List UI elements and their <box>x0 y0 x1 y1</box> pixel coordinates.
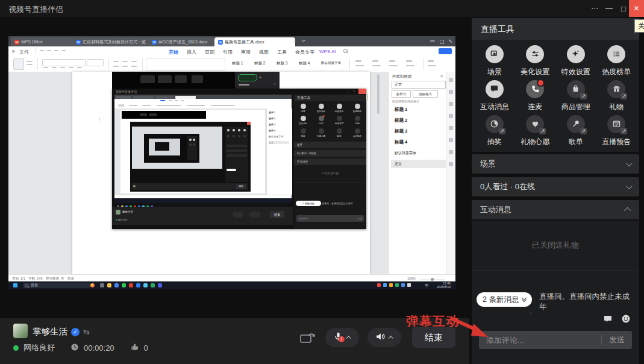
tool-interactive-messages[interactable]: 互动消息 <box>474 78 515 113</box>
ribbon-tab: 页面 <box>205 49 214 55</box>
style-gallery-item: 标题 2 <box>254 61 265 66</box>
wps-side-toolbar <box>446 72 455 274</box>
section-scene[interactable]: 场景 <box>472 154 639 174</box>
live-preview-icon: ↗ <box>607 115 625 133</box>
styles-dropdown: 正文 <box>392 81 446 89</box>
search-icon <box>343 49 348 53</box>
nested-end-button: 结束 <box>270 211 284 218</box>
external-link-icon: ↗ <box>621 93 627 99</box>
screen-share-icon[interactable] <box>300 332 316 346</box>
microphone-icon: ! <box>333 331 343 344</box>
style-item: 默认段落字体 <box>391 149 446 157</box>
gift-closed-text: 已关闭送礼物 <box>472 240 639 251</box>
taskbar-app-icons <box>100 283 165 287</box>
nested-style-item: 默认段落字体 <box>269 135 283 138</box>
beauty-settings-icon <box>526 45 544 63</box>
new-style-button: 新样式 <box>392 90 411 98</box>
wps-menu-bar: ≡ 文件 开始 插入 页面 引用 审阅 视图 工具 会员专享 WPS AI <box>8 46 455 57</box>
nested-sidebar: 直播工具 场景 美化设置 特效设置 热度榜单 互动消息 连麦 商品管理 礼物 抽… <box>294 95 366 229</box>
tool-scene[interactable]: 场景 <box>474 43 515 78</box>
new-messages-pill[interactable]: 2 条新消息 <box>477 292 532 307</box>
tools-header: 直播工具 <box>472 18 639 40</box>
nested-comment-input: 添加评论... 发送 <box>296 215 364 222</box>
more-icon: ⋯ <box>591 4 598 13</box>
more-menu-button[interactable]: ⋯ <box>587 0 602 17</box>
close-tooltip: 关 <box>634 19 644 33</box>
windows-taskbar: 搜索 中 16:46 2025/8/19 <box>8 281 455 289</box>
clear-format-button: 清除格式 <box>413 90 438 98</box>
tool-gift-wish[interactable]: ↗ 礼物心愿 <box>515 113 556 148</box>
copilot-icon <box>90 283 95 287</box>
nested-style-item: 正文 <box>269 141 289 144</box>
stream-preview: W WPS Office W 汇报材料格式及封面设计方式一览 W AIGC资产报… <box>8 36 455 289</box>
tool-playlist[interactable]: ↗ 歌单 <box>555 113 596 148</box>
bottom-control-bar: 掌够生活 ✓ ⇆ 网络良好 00:00:20 0 ! <box>0 318 469 364</box>
nested-new-messages-pill: 2 条新消息 <box>296 201 321 206</box>
window-title: 视频号直播伴侣 <box>8 4 63 15</box>
section-viewers[interactable]: 0人看过 · 0在线 <box>472 177 639 196</box>
app-window: 视频号直播伴侣 ⋯ — □ ✕ 关 W WPS Office W 汇报材料格式及… <box>0 0 644 364</box>
nested-app-screenshot: 视频号直播伴侣 ⋯ □ <box>112 89 366 229</box>
zoom-level: 100% <box>407 277 416 280</box>
tool-heat-ranking[interactable]: 热度榜单 <box>596 43 637 78</box>
network-status-text: 网络良好 <box>23 342 55 353</box>
ribbon-tab: 会员专享 <box>295 49 314 55</box>
file-menu: 文件 <box>19 49 29 55</box>
wps-restore-icon <box>440 40 444 44</box>
product-management-icon: ↗ <box>567 80 585 98</box>
tab-list-icon <box>301 38 305 42</box>
section-interactive-messages[interactable]: 互动消息 <box>472 200 639 219</box>
microphone-button[interactable]: ! <box>325 328 359 347</box>
wps-logo: W <box>14 40 19 45</box>
tool-product-management[interactable]: ↗ 商品管理 <box>555 78 596 113</box>
send-button[interactable]: 发送 <box>601 335 632 345</box>
nested-window-title: 视频号直播伴侣 <box>116 90 137 93</box>
status-text: 页面: 1/1 字数: 146 拼写检查: 关 简体 <box>12 277 74 281</box>
taskbar-search: 搜索 <box>23 283 91 288</box>
tool-gifts[interactable]: ↗ 礼物 <box>596 78 637 113</box>
nested-section: 0人看过 · 0在线 <box>294 150 366 157</box>
speaker-icon <box>375 331 386 344</box>
wps-doc-tab-active: W 视频号直播工具.docx <box>214 37 295 46</box>
tool-co-stream[interactable]: 连麦 <box>515 78 556 113</box>
doc-icon: W <box>76 40 81 45</box>
comment-bubble-icon[interactable] <box>603 314 613 326</box>
nested-style-item: 标题 3 <box>269 123 275 126</box>
streamer-name: 掌够生活 <box>33 326 67 337</box>
tool-effects[interactable]: 特效设置 <box>555 43 596 78</box>
effects-icon <box>567 45 585 63</box>
gifts-icon: ↗ <box>607 80 625 98</box>
chevron-up-icon[interactable] <box>388 336 393 340</box>
wps-home-tab: W WPS Office <box>11 37 76 46</box>
ribbon-tab: 审阅 <box>241 49 251 55</box>
comment-input[interactable] <box>479 336 601 345</box>
nested-section: 互动消息 <box>294 158 366 165</box>
nested-taskbar <box>114 198 292 203</box>
tool-live-preview[interactable]: ↗ 直播预告 <box>596 113 637 148</box>
tools-grid: 场景 美化设置 特效设置 热度榜单 互动消息 <box>472 40 639 152</box>
wps-close-icon <box>448 39 452 43</box>
nested-streamer-name: 掌够生活 <box>122 210 133 213</box>
nested-bottom-bar: 掌够生活 ● 网络良好 结束 <box>112 207 293 225</box>
nested-more-icon: ⋯ <box>347 90 349 93</box>
interactive-messages-panel: 已关闭送礼物 直播间。直播间内禁止未成年 人消费，禁止诱导未成年人打赏 2 条新… <box>472 221 639 364</box>
tool-beauty-settings[interactable]: 美化设置 <box>515 43 556 78</box>
menu-icon: ≡ <box>12 49 15 54</box>
wps-window-controls <box>430 40 435 42</box>
ribbon-tab: 引用 <box>223 49 233 55</box>
speaker-button[interactable] <box>367 328 401 347</box>
taskbar-clock: 16:46 2025/8/19 <box>437 282 451 289</box>
interactive-messages-icon <box>486 80 504 98</box>
avatar <box>13 324 28 338</box>
verified-badge-icon: ✓ <box>71 328 80 336</box>
minimize-button[interactable]: — <box>601 0 617 17</box>
swap-account-icon[interactable]: ⇆ <box>83 327 90 336</box>
maximize-icon: □ <box>621 4 626 13</box>
close-button[interactable]: ✕ <box>629 0 644 17</box>
ime-indicator: 中 <box>425 283 430 289</box>
tool-lottery[interactable]: ↗ 抽奖 <box>474 113 515 148</box>
chevron-up-icon[interactable] <box>346 336 351 340</box>
style-gallery-item: 默认段落字体 <box>321 61 341 65</box>
emoji-icon[interactable] <box>621 314 631 326</box>
style-gallery-item: 标题 1 <box>232 61 243 66</box>
